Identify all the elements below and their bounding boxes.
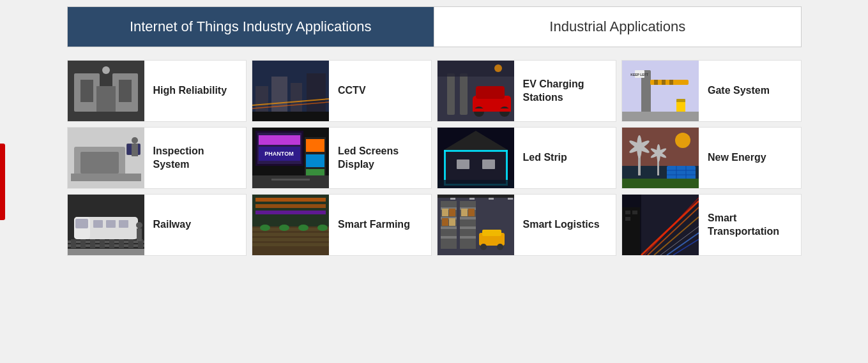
svg-rect-144 (469, 198, 475, 200)
svg-rect-56 (271, 179, 310, 181)
card-gate-system[interactable]: KEEP LEFT Gate System (621, 60, 802, 122)
svg-text:PHANTOM: PHANTOM (264, 151, 293, 157)
card-img-smart-farming (252, 195, 329, 255)
svg-rect-65 (482, 159, 495, 169)
card-smart-farming[interactable]: Smart Farming (252, 194, 432, 256)
svg-rect-158 (625, 211, 630, 214)
svg-point-117 (279, 225, 289, 231)
card-img-smart-transport (622, 195, 699, 255)
svg-rect-113 (255, 198, 326, 202)
svg-rect-145 (489, 198, 494, 200)
card-ev-charging[interactable]: EV Charging Stations (437, 60, 617, 122)
card-img-smart-logistics (438, 195, 514, 255)
svg-rect-15 (252, 112, 329, 121)
card-inspection[interactable]: Inspection System (67, 127, 247, 189)
svg-rect-100 (119, 239, 124, 248)
svg-rect-133 (460, 217, 476, 219)
card-railway[interactable]: Railway (67, 194, 247, 256)
card-label-led-screens: Led Screens Display (329, 145, 431, 172)
svg-rect-5 (96, 86, 116, 112)
svg-text:KEEP LEFT: KEEP LEFT (630, 73, 648, 77)
card-label-smart-logistics: Smart Logistics (514, 218, 609, 232)
svg-rect-30 (662, 80, 666, 85)
card-img-railway (68, 195, 144, 255)
svg-point-104 (136, 222, 142, 228)
svg-rect-128 (449, 209, 455, 216)
card-label-gate-system: Gate System (699, 84, 779, 98)
card-label-smart-farming: Smart Farming (329, 218, 419, 232)
svg-point-25 (494, 64, 502, 72)
svg-point-116 (260, 225, 270, 231)
card-label-railway: Railway (144, 218, 201, 232)
card-label-inspection: Inspection System (144, 145, 247, 172)
svg-rect-143 (450, 198, 455, 200)
svg-point-70 (675, 133, 690, 148)
svg-rect-33 (676, 99, 685, 102)
svg-rect-142 (438, 195, 514, 198)
svg-rect-4 (119, 80, 132, 102)
card-label-cctv: CCTV (329, 84, 375, 98)
svg-rect-135 (460, 236, 476, 239)
svg-rect-98 (100, 239, 105, 248)
card-smart-logistics[interactable]: Smart Logistics (437, 194, 617, 256)
red-sidebar (0, 144, 5, 220)
svg-rect-67 (438, 180, 514, 188)
svg-rect-125 (441, 226, 457, 229)
svg-rect-97 (90, 239, 95, 248)
svg-rect-110 (252, 233, 329, 236)
card-img-inspection (68, 128, 144, 188)
svg-rect-130 (449, 218, 455, 226)
card-cctv[interactable]: CCTV (252, 60, 432, 122)
svg-rect-69 (622, 128, 699, 166)
svg-point-141 (497, 244, 503, 250)
card-img-ev-charging (438, 61, 514, 121)
card-led-screens[interactable]: PHANTOM Led Screens Display (252, 127, 432, 189)
card-led-strip[interactable]: Led Strip (437, 127, 617, 189)
svg-rect-136 (461, 209, 468, 216)
card-img-led-strip (438, 128, 514, 188)
svg-rect-48 (259, 135, 300, 145)
svg-point-140 (480, 244, 487, 250)
svg-rect-99 (109, 239, 114, 248)
svg-rect-159 (632, 211, 637, 214)
tab-industrial[interactable]: Industrial Applications (434, 7, 801, 47)
svg-rect-36 (622, 112, 699, 121)
card-label-high-reliability: High Reliability (144, 84, 236, 98)
card-img-high-reliability (68, 61, 144, 121)
svg-rect-139 (482, 230, 501, 236)
svg-rect-101 (128, 239, 133, 248)
tab-iot[interactable]: Internet of Things Industry Applications (68, 7, 434, 47)
svg-rect-23 (473, 108, 511, 112)
card-high-reliability[interactable]: High Reliability (67, 60, 247, 122)
svg-rect-129 (442, 218, 448, 226)
svg-rect-52 (306, 139, 324, 152)
svg-rect-24 (438, 61, 514, 77)
svg-rect-137 (468, 209, 475, 216)
svg-rect-18 (460, 73, 468, 115)
card-img-led-screens: PHANTOM (252, 128, 329, 188)
svg-rect-92 (119, 220, 128, 228)
svg-rect-112 (252, 243, 329, 246)
tab-bar: Internet of Things Industry Applications… (67, 6, 802, 47)
svg-point-119 (317, 225, 328, 231)
svg-rect-111 (252, 238, 329, 241)
svg-rect-40 (71, 174, 141, 181)
card-label-new-energy: New Energy (699, 151, 775, 165)
svg-rect-85 (622, 179, 699, 188)
svg-rect-44 (132, 144, 138, 156)
svg-rect-89 (75, 219, 88, 228)
svg-rect-134 (460, 226, 476, 229)
svg-rect-90 (93, 220, 103, 228)
svg-rect-3 (80, 80, 93, 102)
svg-point-43 (132, 137, 138, 144)
application-grid: High Reliability CCTV (67, 60, 802, 256)
svg-rect-95 (71, 239, 76, 248)
card-label-ev-charging: EV Charging Stations (514, 78, 616, 105)
card-new-energy[interactable]: New Energy (621, 127, 802, 189)
card-label-smart-transport: Smart Transportation (699, 212, 801, 239)
card-img-gate-system: KEEP LEFT (622, 61, 699, 121)
card-smart-transport[interactable]: Smart Transportation (621, 194, 802, 256)
card-label-led-strip: Led Strip (514, 151, 576, 165)
svg-rect-53 (306, 154, 324, 167)
svg-rect-91 (106, 220, 116, 228)
